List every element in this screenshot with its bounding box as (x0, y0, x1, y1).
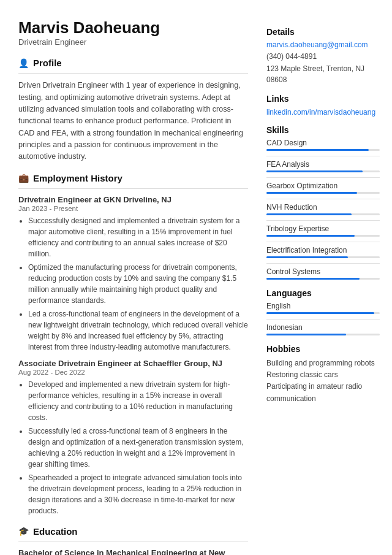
job-2-title: Associate Drivetrain Engineer at Schaeff… (18, 359, 248, 368)
lang-2: Indonesian (266, 323, 380, 335)
job-1-bullet-2: Optimized the manufacturing process for … (28, 262, 248, 306)
skill-4-label: NVH Reduction (266, 203, 380, 212)
education-section-title: 🎓 Education (18, 526, 248, 537)
skill-7-bar-fill (266, 278, 360, 280)
skill-1: CAD Design (266, 139, 380, 151)
profile-icon: 👤 (18, 58, 29, 68)
skill-5-bar-fill (266, 235, 355, 237)
skill-2-bar-fill (266, 170, 363, 172)
skill-6-bar-fill (266, 256, 348, 258)
skill-4: NVH Reduction (266, 203, 380, 215)
skill-3-label: Gearbox Optimization (266, 182, 380, 190)
education-divider (18, 542, 248, 542)
edu-degree: Bachelor of Science in Mechanical Engine… (18, 548, 248, 555)
job-1: Drivetrain Engineer at GKN Driveline, NJ… (18, 195, 248, 353)
job-1-bullet-3: Led a cross-functional team of engineers… (28, 308, 248, 353)
skill-7: Control Systems (266, 267, 380, 280)
education-icon: 🎓 (18, 526, 29, 536)
skill-5: Tribology Expertise (266, 224, 380, 237)
skill-7-label: Control Systems (266, 267, 380, 276)
skill-2-divider (266, 177, 380, 178)
skill-1-label: CAD Design (266, 139, 380, 147)
employment-section-title: 💼 Employment History (18, 173, 248, 183)
job-1-title: Drivetrain Engineer at GKN Driveline, NJ (18, 195, 248, 204)
profile-divider (18, 73, 248, 74)
skills-section-title: Skills (266, 125, 380, 135)
job-2-bullet-1: Developed and implemented a new drivetra… (28, 379, 248, 423)
lang-1-divider (266, 319, 380, 320)
job-1-bullet-1: Successfully designed and implemented a … (28, 215, 248, 259)
skill-4-bar-bg (266, 213, 380, 215)
job-2-bullet-3: Spearheaded a project to integrate advan… (28, 472, 248, 516)
skill-5-divider (266, 242, 380, 242)
skill-4-bar-fill (266, 213, 352, 215)
lang-1-label: English (266, 302, 380, 310)
linkedin-link[interactable]: linkedin.com/in/marvisdaoheuang (266, 108, 375, 117)
skill-5-bar-bg (266, 235, 380, 237)
lang-2-label: Indonesian (266, 323, 380, 332)
skill-6-divider (266, 263, 380, 264)
job-1-date: Jan 2023 - Present (18, 205, 248, 212)
job-2-bullets: Developed and implemented a new drivetra… (18, 379, 248, 516)
skill-6: Electrification Integration (266, 246, 380, 258)
skill-1-bar-bg (266, 149, 380, 151)
skill-6-label: Electrification Integration (266, 246, 380, 255)
right-column: Details marvis.daoheuang@gmail.com (340)… (266, 18, 380, 555)
languages-section-title: Languages (266, 288, 380, 298)
skill-2-label: FEA Analysis (266, 160, 380, 169)
hobbies-section-title: Hobbies (266, 344, 380, 354)
skill-3-divider (266, 199, 380, 199)
profile-section-title: 👤 Profile (18, 58, 248, 68)
hobby-3: Participating in amateur radio communica… (266, 381, 380, 404)
job-2-bullet-2: Successfully led a cross-functional team… (28, 426, 248, 470)
skill-3: Gearbox Optimization (266, 182, 380, 194)
job-2: Associate Drivetrain Engineer at Schaeff… (18, 359, 248, 516)
detail-email[interactable]: marvis.daoheuang@gmail.com (266, 40, 380, 49)
skill-5-label: Tribology Expertise (266, 224, 380, 233)
job-1-bullets: Successfully designed and implemented a … (18, 215, 248, 353)
lang-1: English (266, 302, 380, 314)
left-column: Marvis Daoheuang Drivetrain Engineer 👤 P… (18, 18, 248, 555)
lang-2-bar-fill (266, 334, 346, 335)
skill-1-divider (266, 156, 380, 156)
skill-7-bar-bg (266, 278, 380, 280)
subtitle: Drivetrain Engineer (18, 37, 248, 47)
employment-icon: 💼 (18, 173, 29, 183)
detail-phone: (340) 044-4891 (266, 51, 380, 62)
skill-4-divider (266, 220, 380, 221)
detail-address: 123 Maple Street, Trenton, NJ 08608 (266, 63, 380, 85)
skill-6-bar-bg (266, 256, 380, 258)
lang-1-bar-bg (266, 312, 380, 314)
lang-1-bar-fill (266, 312, 374, 314)
job-2-date: Aug 2022 - Dec 2022 (18, 369, 248, 376)
skill-1-bar-fill (266, 149, 369, 151)
lang-2-bar-bg (266, 334, 380, 335)
name: Marvis Daoheuang (18, 18, 248, 37)
hobby-1: Building and programming robots (266, 358, 380, 369)
hobby-2: Restoring classic cars (266, 369, 380, 381)
profile-text: Driven Drivetrain Engineer with 1 year o… (18, 80, 248, 163)
employment-divider (18, 188, 248, 189)
skill-2: FEA Analysis (266, 160, 380, 172)
details-section-title: Details (266, 27, 380, 37)
skill-3-bar-bg (266, 192, 380, 194)
skill-2-bar-bg (266, 170, 380, 172)
links-section-title: Links (266, 94, 380, 104)
skill-3-bar-fill (266, 192, 357, 194)
